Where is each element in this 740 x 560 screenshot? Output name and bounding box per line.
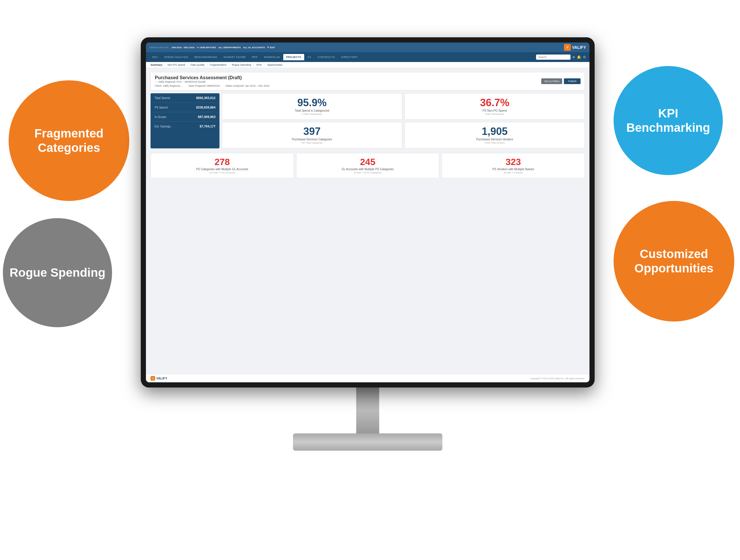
customized-opportunities-label: Customized Opportunities (614, 241, 734, 282)
stat-card-non-po: 36.7% PS Non-PO Spend 315K Transactions (404, 93, 585, 120)
app-footer: V VALIFY Copyright © 2014-2018 Valify In… (146, 374, 589, 382)
draft-actions: Set As Filters Publish (541, 78, 580, 84)
stat-vendors-label: Purchased Services Vendors (409, 138, 580, 141)
fragmented-categories-bubble: Fragmented Categories (9, 80, 129, 201)
bottom-stat-245-number: 245 (300, 157, 435, 166)
ps-spend-label: PS Spend: (155, 106, 168, 109)
breadcrumb-kpis[interactable]: KPIs (256, 64, 262, 66)
logo-text: VALIFY (572, 45, 586, 50)
stat-categories-number: 397 (226, 126, 398, 137)
edit-link[interactable]: ✎ EDIT (267, 46, 275, 49)
bottom-stat-278-sub: 101 with > 5 GL Accounts (155, 172, 290, 174)
stat-card-vendors: 1,905 Purchased Services Vendors 3,516 T… (404, 122, 585, 148)
viewing-label: VIEWING DATA FOR: (150, 46, 169, 48)
bottom-stat-245-label: GL Accounts with Multiple PS Categories (300, 167, 435, 171)
nav-bar: PSA SPEND ANALYSIS BENCHMARKING MARKET S… (146, 52, 589, 62)
search-input[interactable] (536, 54, 570, 60)
rogue-spending-label: Rogue Spending (4, 260, 111, 286)
bottom-stat-323-number: 323 (446, 157, 580, 166)
nav-directory[interactable]: DIRECTORY (339, 54, 361, 60)
stat-non-po-label: PS Non-PO Spend (409, 109, 580, 112)
top-bar: VIEWING DATA FOR: JAN-2016 - DEC-2016 4 … (146, 42, 589, 52)
stat-categories-sub: 437 Total Categories (226, 141, 398, 144)
spend-row-savings: Est. Savings: $7,704,177 (151, 122, 219, 131)
draft-meta: Client: Valify Regional ... Date Prepare… (155, 84, 269, 87)
breadcrumb-rogue-spending[interactable]: Rogue Spending (232, 64, 251, 66)
publish-button[interactable]: Publish (564, 78, 580, 84)
valify-logo: V VALIFY (564, 44, 586, 51)
bottom-stat-323-label: PS Vendors with Multiple Names (446, 167, 580, 171)
draft-header-left: Purchased Services Assessment (Draft) ← … (155, 75, 269, 87)
logo-icon: V (564, 44, 571, 51)
est-savings-value: $7,704,177 (200, 125, 215, 128)
bottom-stat-multiple-categories: 245 GL Accounts with Multiple PS Categor… (296, 153, 440, 178)
nav-icons: ⊕ 🔔 ⚙ (572, 55, 586, 59)
customized-opportunities-bubble: Customized Opportunities (614, 201, 734, 322)
monitor-container: VIEWING DATA FOR: JAN-2016 - DEC-2016 4 … (121, 37, 615, 491)
monitor-base (293, 433, 442, 451)
nav-contracts[interactable]: CONTRACTS (314, 54, 338, 60)
gl-accounts: ALL GL ACCOUNTS (243, 46, 265, 49)
main-content: Purchased Services Assessment (Draft) ← … (146, 68, 589, 374)
breadcrumb-non-po-spend[interactable]: Non-PO Spend (168, 64, 185, 66)
est-savings-label: Est. Savings: (155, 125, 171, 128)
draft-subtitle: ← Valify Regional: PSA – 08/08/2018 (Dra… (155, 80, 269, 83)
top-bar-left: VIEWING DATA FOR: JAN-2016 - DEC-2016 4 … (150, 46, 275, 49)
breadcrumb-fragmentation[interactable]: Fragmentation (210, 64, 227, 66)
inscope-label: In-Scope: (155, 115, 167, 119)
breadcrumb-opportunities[interactable]: Opportunities (267, 64, 283, 66)
date-range: JAN-2016 - DEC-2016 (171, 46, 194, 49)
bottom-stat-323-sub: 35 with > 5 Names (446, 172, 580, 174)
ps-spend-value: $338,839,864 (196, 106, 215, 109)
spend-row-total: Total Spend: $892,393,612 (151, 93, 219, 103)
stat-non-po-number: 36.7% (409, 98, 580, 108)
stats-grid: Total Spend: $892,393,612 PS Spend: $338… (151, 93, 585, 151)
stat-categories-label: Purchased Services Categories (226, 138, 398, 141)
footer-logo-text: VALIFY (156, 376, 167, 380)
breadcrumb-summary[interactable]: Summary (151, 64, 162, 66)
total-spend-value: $892,393,612 (196, 96, 215, 100)
draft-client: Client: Valify Regional ... (155, 84, 183, 87)
set-as-filters-button[interactable]: Set As Filters (541, 78, 562, 84)
nav-market-share[interactable]: MARKET SHARE (220, 54, 249, 60)
nav-benchmarking[interactable]: BENCHMARKING (192, 54, 220, 60)
draft-title: Purchased Services Assessment (Draft) (155, 75, 269, 80)
footer-logo-icon: V (151, 376, 155, 380)
breadcrumb-data-quality[interactable]: Data Quality (190, 64, 205, 66)
footer-logo: V VALIFY (151, 376, 167, 380)
nav-projects[interactable]: PROJECTS (283, 54, 304, 60)
bottom-stat-278-label: PS Categories with Multiple GL Accounts (155, 167, 290, 171)
plus-icon[interactable]: ⊕ (572, 55, 575, 59)
monitor-screen: VIEWING DATA FOR: JAN-2016 - DEC-2016 4 … (146, 42, 589, 382)
kpi-benchmarking-bubble: KPI Benchmarking (614, 66, 723, 175)
nav-spend-analysis[interactable]: SPEND ANALYSIS (162, 54, 191, 60)
nav-workplan[interactable]: WORKPLAN (261, 54, 283, 60)
inscope-value: $87,009,863 (198, 115, 215, 119)
bottom-stat-278-number: 278 (155, 157, 290, 166)
departments: ALL DEPARTMENTS (218, 46, 241, 49)
spend-row-ps: PS Spend: $338,839,864 (151, 103, 219, 112)
footer-copyright: Copyright © 2014-2018 Valify Inc. | All … (530, 377, 585, 380)
stat-card-categories: 397 Purchased Services Categories 437 To… (222, 122, 402, 148)
draft-header: Purchased Services Assessment (Draft) ← … (151, 72, 585, 90)
gear-icon[interactable]: ⚙ (583, 55, 586, 59)
bell-icon[interactable]: 🔔 (577, 55, 581, 59)
stat-non-po-sub: 315K Transactions (409, 113, 580, 115)
kpi-benchmarking-label: KPI Benchmarking (614, 100, 723, 141)
nav-c2[interactable]: C2 (305, 54, 314, 60)
total-spend-label: Total Spend: (155, 96, 171, 100)
stat-categorized-sub: 2.33M Transactions (226, 113, 398, 115)
bottom-stats: 278 PS Categories with Multiple GL Accou… (151, 153, 585, 178)
draft-date-prepared: Date Prepared: 08/08/2018 (188, 84, 220, 87)
spend-row-inscope: In-Scope: $87,009,863 (151, 112, 219, 122)
breadcrumb-bar: Summary | Non-PO Spend | Data Quality | … (146, 62, 589, 68)
spend-summary: Total Spend: $892,393,612 PS Spend: $338… (151, 93, 219, 148)
nav-rfp[interactable]: RFP (249, 54, 261, 60)
stat-categorized-number: 95.9% (226, 98, 398, 108)
fragmented-categories-label: Fragmented Categories (9, 121, 129, 161)
bottom-stat-multiple-names: 323 PS Vendors with Multiple Names 35 wi… (442, 153, 585, 178)
bottom-stat-245-sub: 43 with > 10 PS Categories (300, 172, 435, 174)
nav-psa[interactable]: PSA (150, 54, 161, 60)
stat-vendors-number: 1,905 (409, 126, 580, 137)
monitor-neck (356, 387, 379, 433)
